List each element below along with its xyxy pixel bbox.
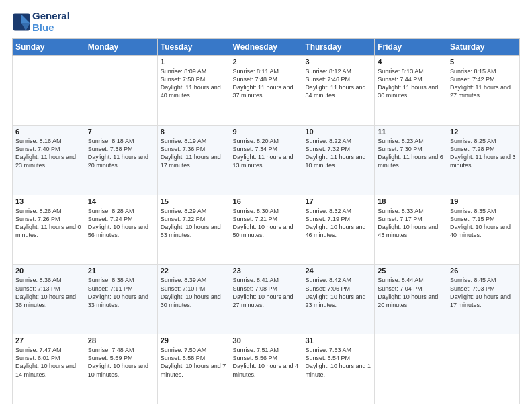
day-number: 13 (15, 197, 82, 205)
calendar-week-3: 13Sunrise: 8:26 AM Sunset: 7:26 PM Dayli… (13, 195, 520, 265)
day-number: 2 (233, 58, 300, 66)
day-number: 19 (450, 197, 517, 205)
calendar-cell: 16Sunrise: 8:30 AM Sunset: 7:21 PM Dayli… (230, 195, 302, 265)
day-number: 10 (305, 128, 371, 136)
logo: General Blue (12, 11, 70, 33)
day-number: 27 (15, 336, 82, 345)
day-number: 20 (15, 267, 82, 275)
calendar-cell: 31Sunrise: 7:53 AM Sunset: 5:54 PM Dayli… (302, 334, 375, 404)
weekday-header-row: SundayMondayTuesdayWednesdayThursdayFrid… (13, 39, 520, 56)
calendar-cell: 19Sunrise: 8:35 AM Sunset: 7:15 PM Dayli… (447, 195, 520, 265)
calendar-cell (375, 334, 447, 404)
page-header: General Blue (12, 11, 520, 33)
day-info: Sunrise: 8:39 AM Sunset: 7:10 PM Dayligh… (161, 276, 227, 309)
calendar-week-5: 27Sunrise: 7:47 AM Sunset: 6:01 PM Dayli… (13, 334, 520, 404)
calendar-cell: 29Sunrise: 7:50 AM Sunset: 5:58 PM Dayli… (157, 334, 230, 404)
calendar-cell: 23Sunrise: 8:41 AM Sunset: 7:08 PM Dayli… (230, 265, 302, 334)
logo-text: General Blue (32, 11, 70, 33)
day-info: Sunrise: 8:13 AM Sunset: 7:44 PM Dayligh… (378, 67, 444, 100)
calendar-cell: 13Sunrise: 8:26 AM Sunset: 7:26 PM Dayli… (13, 195, 85, 265)
weekday-header-thursday: Thursday (302, 39, 375, 56)
day-info: Sunrise: 8:19 AM Sunset: 7:36 PM Dayligh… (161, 137, 227, 170)
day-info: Sunrise: 8:26 AM Sunset: 7:26 PM Dayligh… (15, 207, 82, 240)
day-number: 4 (378, 58, 444, 66)
weekday-header-wednesday: Wednesday (230, 39, 302, 56)
day-info: Sunrise: 8:33 AM Sunset: 7:17 PM Dayligh… (378, 207, 444, 240)
day-number: 25 (378, 267, 444, 275)
weekday-header-sunday: Sunday (13, 39, 85, 56)
calendar-cell (85, 56, 157, 126)
calendar-cell: 6Sunrise: 8:16 AM Sunset: 7:40 PM Daylig… (13, 125, 85, 195)
day-info: Sunrise: 8:28 AM Sunset: 7:24 PM Dayligh… (88, 207, 154, 240)
day-number: 8 (161, 128, 227, 136)
day-info: Sunrise: 8:23 AM Sunset: 7:30 PM Dayligh… (378, 137, 444, 170)
calendar-cell: 8Sunrise: 8:19 AM Sunset: 7:36 PM Daylig… (157, 125, 230, 195)
day-number: 12 (450, 128, 517, 136)
day-number: 17 (305, 197, 371, 205)
calendar-cell: 3Sunrise: 8:12 AM Sunset: 7:46 PM Daylig… (302, 56, 375, 126)
calendar-cell: 28Sunrise: 7:48 AM Sunset: 5:59 PM Dayli… (85, 334, 157, 404)
calendar-cell: 17Sunrise: 8:32 AM Sunset: 7:19 PM Dayli… (302, 195, 375, 265)
day-info: Sunrise: 8:45 AM Sunset: 7:03 PM Dayligh… (450, 276, 517, 309)
calendar-cell: 1Sunrise: 8:09 AM Sunset: 7:50 PM Daylig… (157, 56, 230, 126)
day-info: Sunrise: 8:35 AM Sunset: 7:15 PM Dayligh… (450, 207, 517, 240)
day-info: Sunrise: 8:15 AM Sunset: 7:42 PM Dayligh… (450, 67, 517, 100)
day-info: Sunrise: 8:18 AM Sunset: 7:38 PM Dayligh… (88, 137, 154, 170)
calendar-cell: 12Sunrise: 8:25 AM Sunset: 7:28 PM Dayli… (447, 125, 520, 195)
day-number: 3 (305, 58, 371, 66)
calendar-week-4: 20Sunrise: 8:36 AM Sunset: 7:13 PM Dayli… (13, 265, 520, 334)
weekday-header-friday: Friday (375, 39, 447, 56)
calendar-cell: 27Sunrise: 7:47 AM Sunset: 6:01 PM Dayli… (13, 334, 85, 404)
day-number: 7 (88, 128, 154, 136)
day-number: 5 (450, 58, 517, 66)
calendar-cell: 7Sunrise: 8:18 AM Sunset: 7:38 PM Daylig… (85, 125, 157, 195)
day-info: Sunrise: 8:11 AM Sunset: 7:48 PM Dayligh… (233, 67, 300, 100)
calendar-cell: 20Sunrise: 8:36 AM Sunset: 7:13 PM Dayli… (13, 265, 85, 334)
day-info: Sunrise: 8:25 AM Sunset: 7:28 PM Dayligh… (450, 137, 517, 170)
weekday-header-saturday: Saturday (447, 39, 520, 56)
calendar-week-2: 6Sunrise: 8:16 AM Sunset: 7:40 PM Daylig… (13, 125, 520, 195)
day-number: 29 (161, 336, 227, 345)
day-info: Sunrise: 8:32 AM Sunset: 7:19 PM Dayligh… (305, 207, 371, 240)
calendar-cell (447, 334, 520, 404)
day-info: Sunrise: 8:20 AM Sunset: 7:34 PM Dayligh… (233, 137, 300, 170)
calendar-cell: 11Sunrise: 8:23 AM Sunset: 7:30 PM Dayli… (375, 125, 447, 195)
calendar-cell: 21Sunrise: 8:38 AM Sunset: 7:11 PM Dayli… (85, 265, 157, 334)
calendar-cell: 4Sunrise: 8:13 AM Sunset: 7:44 PM Daylig… (375, 56, 447, 126)
day-number: 6 (15, 128, 82, 136)
day-number: 22 (161, 267, 227, 275)
day-number: 11 (378, 128, 444, 136)
calendar-cell: 9Sunrise: 8:20 AM Sunset: 7:34 PM Daylig… (230, 125, 302, 195)
day-number: 31 (305, 336, 371, 345)
day-info: Sunrise: 7:53 AM Sunset: 5:54 PM Dayligh… (305, 346, 371, 379)
day-number: 14 (88, 197, 154, 205)
calendar-cell: 5Sunrise: 8:15 AM Sunset: 7:42 PM Daylig… (447, 56, 520, 126)
day-info: Sunrise: 8:30 AM Sunset: 7:21 PM Dayligh… (233, 207, 300, 240)
day-number: 9 (233, 128, 300, 136)
day-number: 24 (305, 267, 371, 275)
calendar-cell: 2Sunrise: 8:11 AM Sunset: 7:48 PM Daylig… (230, 56, 302, 126)
calendar-cell: 26Sunrise: 8:45 AM Sunset: 7:03 PM Dayli… (447, 265, 520, 334)
calendar-cell: 24Sunrise: 8:42 AM Sunset: 7:06 PM Dayli… (302, 265, 375, 334)
day-number: 23 (233, 267, 300, 275)
calendar-cell: 30Sunrise: 7:51 AM Sunset: 5:56 PM Dayli… (230, 334, 302, 404)
day-info: Sunrise: 7:51 AM Sunset: 5:56 PM Dayligh… (233, 346, 300, 379)
logo-icon (12, 13, 31, 32)
day-info: Sunrise: 8:38 AM Sunset: 7:11 PM Dayligh… (88, 276, 154, 309)
calendar-cell (13, 56, 85, 126)
day-info: Sunrise: 8:16 AM Sunset: 7:40 PM Dayligh… (15, 137, 82, 170)
day-info: Sunrise: 8:09 AM Sunset: 7:50 PM Dayligh… (161, 67, 227, 100)
calendar-cell: 18Sunrise: 8:33 AM Sunset: 7:17 PM Dayli… (375, 195, 447, 265)
day-number: 1 (161, 58, 227, 66)
day-info: Sunrise: 7:48 AM Sunset: 5:59 PM Dayligh… (88, 346, 154, 379)
day-info: Sunrise: 7:47 AM Sunset: 6:01 PM Dayligh… (15, 346, 82, 379)
day-number: 26 (450, 267, 517, 275)
day-info: Sunrise: 8:36 AM Sunset: 7:13 PM Dayligh… (15, 276, 82, 309)
day-info: Sunrise: 8:44 AM Sunset: 7:04 PM Dayligh… (378, 276, 444, 309)
calendar-week-1: 1Sunrise: 8:09 AM Sunset: 7:50 PM Daylig… (13, 56, 520, 126)
calendar-table: SundayMondayTuesdayWednesdayThursdayFrid… (12, 38, 520, 404)
day-info: Sunrise: 8:29 AM Sunset: 7:22 PM Dayligh… (161, 207, 227, 240)
calendar-cell: 22Sunrise: 8:39 AM Sunset: 7:10 PM Dayli… (157, 265, 230, 334)
day-info: Sunrise: 8:42 AM Sunset: 7:06 PM Dayligh… (305, 276, 371, 309)
day-number: 18 (378, 197, 444, 205)
